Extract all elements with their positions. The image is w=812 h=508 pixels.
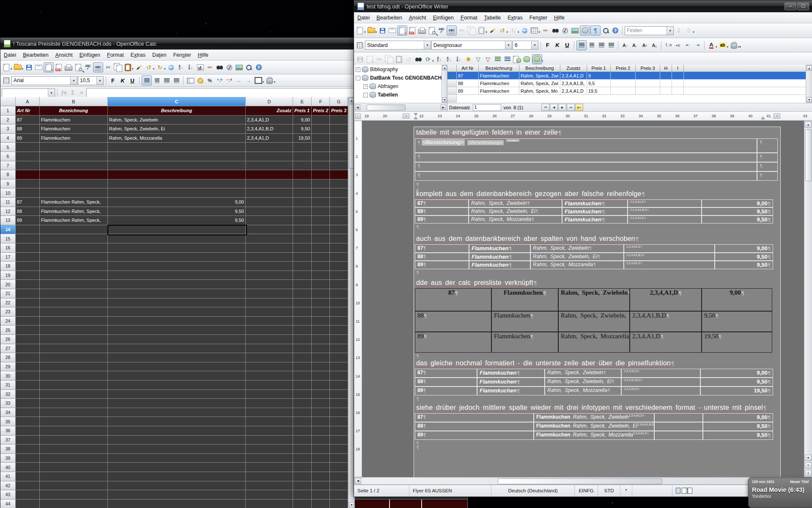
tree-expander[interactable]: - bbox=[363, 93, 368, 97]
cell-E12[interactable] bbox=[293, 207, 312, 216]
row-header-26[interactable]: 26 bbox=[0, 335, 16, 344]
doc-cell[interactable]: 87¶ bbox=[415, 288, 491, 311]
field-beschreibung[interactable]: <Beschreibung> bbox=[467, 140, 504, 145]
cell-G22[interactable] bbox=[330, 298, 348, 308]
cell-E16[interactable] bbox=[293, 243, 312, 253]
doc-heading[interactable]: siehe·drüber·jedoch·mittlere·spalte·wied… bbox=[416, 404, 767, 411]
doc-cell[interactable] bbox=[654, 413, 703, 422]
doc-cell[interactable]: 9,50¶ bbox=[702, 207, 773, 215]
cell-C22[interactable] bbox=[108, 298, 246, 308]
align-left-button[interactable] bbox=[576, 40, 587, 50]
single-page-view-button[interactable] bbox=[676, 488, 680, 494]
cell-B29[interactable] bbox=[40, 362, 108, 372]
align-justify-button[interactable] bbox=[606, 41, 616, 50]
row-header-13[interactable]: 13 bbox=[0, 216, 16, 225]
cell-F1[interactable]: Preis 2 bbox=[312, 106, 330, 116]
mail-merge-icon[interactable] bbox=[513, 55, 522, 64]
cut-icon[interactable]: ✂ bbox=[375, 55, 384, 64]
increase-indent-icon[interactable]: → bbox=[244, 76, 253, 85]
row-header-32[interactable]: 32 bbox=[0, 390, 16, 399]
tree-scroll-up[interactable]: ▲ bbox=[442, 66, 447, 70]
cell-G33[interactable] bbox=[330, 399, 348, 408]
copy-icon[interactable] bbox=[467, 26, 476, 35]
numbered-list-icon[interactable]: ⒈≡ bbox=[664, 41, 673, 50]
grid-cell[interactable]: Rahm, Speck, Mo bbox=[519, 87, 560, 95]
cell-C35[interactable] bbox=[108, 417, 246, 426]
borders-icon[interactable] bbox=[254, 76, 263, 85]
styles-icon[interactable] bbox=[355, 41, 365, 50]
hscroll-left-button[interactable]: ◀ bbox=[355, 478, 361, 484]
delete-decimal-icon[interactable]: ⁻⸳⁰ bbox=[225, 76, 234, 85]
row-header-17[interactable]: 17 bbox=[0, 253, 16, 262]
find-input[interactable]: Finden▼ bbox=[625, 26, 674, 35]
cell-G13[interactable] bbox=[330, 216, 348, 225]
cell-D4[interactable]: 2,3,4,A1,D bbox=[246, 134, 293, 143]
align-right-button[interactable] bbox=[597, 41, 606, 50]
last-record-button[interactable]: ⏭ bbox=[567, 104, 575, 111]
cell-D38[interactable] bbox=[246, 444, 293, 454]
cell-B42[interactable] bbox=[40, 481, 108, 491]
column-header-D[interactable]: D bbox=[246, 97, 293, 106]
help-icon[interactable]: ? bbox=[611, 26, 620, 35]
cut-icon[interactable]: ✂ bbox=[104, 63, 113, 72]
cell-E35[interactable] bbox=[293, 417, 312, 426]
cell-A18[interactable] bbox=[16, 262, 40, 271]
cell-G42[interactable] bbox=[330, 481, 348, 491]
cell-F14[interactable] bbox=[312, 225, 330, 235]
grid-cell[interactable] bbox=[636, 87, 660, 95]
cell-D13[interactable] bbox=[246, 216, 293, 225]
row-header-35[interactable]: 35 bbox=[0, 417, 16, 426]
cell-A4[interactable]: 89 bbox=[16, 134, 40, 143]
doc-cell[interactable]: Flammkuchen¶ bbox=[491, 288, 558, 311]
data-source-grid[interactable]: Art NrBezeichnungBeschreibungZusatzPreis… bbox=[447, 65, 812, 103]
grid-column-preis-3[interactable]: Preis 3 bbox=[636, 65, 660, 72]
cell-C37[interactable] bbox=[108, 436, 246, 445]
cell-G29[interactable] bbox=[330, 362, 348, 372]
doc-cell[interactable]: Rahm,·Speck,·Zwiebeln,·Ei¶ bbox=[530, 253, 624, 261]
cell-A7[interactable] bbox=[16, 161, 40, 171]
cell-A5[interactable] bbox=[16, 143, 40, 152]
cell-D11[interactable] bbox=[246, 198, 293, 207]
cell-G1[interactable]: Preis 3 bbox=[330, 106, 348, 116]
cell-B3[interactable]: Flammkuchen bbox=[40, 124, 108, 134]
cell-A25[interactable] bbox=[16, 326, 40, 335]
grid-column-h[interactable]: H bbox=[660, 65, 672, 72]
cell-E40[interactable] bbox=[293, 463, 312, 472]
cell-A16[interactable] bbox=[16, 243, 40, 253]
sort-ascending-icon[interactable]: AZ↓ bbox=[444, 55, 454, 64]
cell-C2[interactable]: Rahm, Speck, Zwiebeln bbox=[108, 116, 246, 125]
cell-E10[interactable] bbox=[293, 188, 312, 198]
cell-C33[interactable] bbox=[108, 399, 246, 408]
cell-A28[interactable] bbox=[16, 353, 40, 362]
doc-cell[interactable]: Rahm,·Speck,·Zwiebeln¶ bbox=[545, 369, 621, 378]
tree-vertical-scrollbar[interactable]: ▲▼ bbox=[442, 65, 447, 103]
cell-A22[interactable] bbox=[16, 298, 40, 308]
cell-E38[interactable] bbox=[293, 444, 312, 454]
cell-B6[interactable] bbox=[40, 152, 108, 161]
doc-cell[interactable]: 9,50¶ bbox=[715, 261, 773, 269]
empty-paragraph[interactable]: ¶ bbox=[417, 397, 419, 401]
cell-E4[interactable]: 19,50 bbox=[293, 134, 312, 143]
autofilter-icon[interactable]: ✱ bbox=[464, 55, 473, 64]
cell-D14[interactable] bbox=[246, 225, 293, 235]
cell-C31[interactable] bbox=[108, 381, 246, 390]
cell-C12[interactable]: 9,50 bbox=[108, 207, 246, 216]
first-record-button[interactable]: ⏮ bbox=[541, 104, 549, 111]
cell-D28[interactable] bbox=[246, 353, 293, 362]
cell-E28[interactable] bbox=[293, 353, 312, 362]
formula-icon[interactable]: = bbox=[77, 90, 86, 96]
row-header-31[interactable]: 31 bbox=[0, 381, 16, 390]
align-center-button[interactable] bbox=[152, 76, 162, 85]
grid-cell[interactable]: Flammkuchen bbox=[479, 87, 519, 95]
doc-cell[interactable]: 2,3,4,A1,B,D¶ bbox=[624, 253, 715, 261]
grid-column-zusatz[interactable]: Zusatz bbox=[560, 65, 587, 72]
row-header-29[interactable]: 29 bbox=[0, 362, 16, 372]
cell-A39[interactable] bbox=[16, 454, 40, 463]
cell-C6[interactable] bbox=[108, 152, 246, 161]
doc-cell[interactable]: Rahm,·Speck,·Zwiebeln,·Ei¶ bbox=[545, 378, 621, 387]
scroll-down-button[interactable]: ▼ bbox=[805, 455, 812, 461]
cell-E17[interactable] bbox=[293, 253, 312, 262]
underline-button[interactable]: U bbox=[128, 76, 137, 85]
grid-cell[interactable]: 2,3,4,A1,D bbox=[560, 87, 587, 95]
cell-C40[interactable] bbox=[108, 463, 246, 472]
